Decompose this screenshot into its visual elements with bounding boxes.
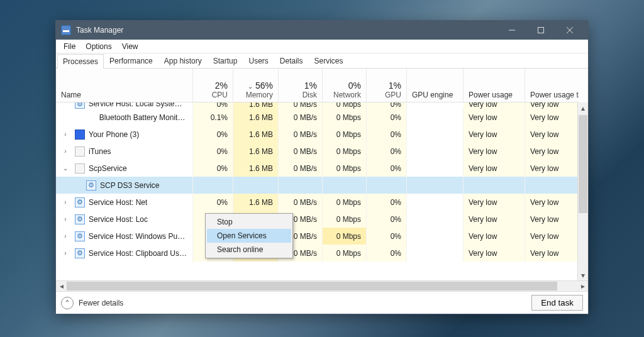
col-cpu[interactable]: 2% CPU xyxy=(193,69,233,102)
fewer-details-toggle[interactable]: ⌃ Fewer details xyxy=(61,297,123,309)
tab-performance[interactable]: Performance xyxy=(104,53,158,68)
col-network[interactable]: 0% Network xyxy=(323,69,367,102)
table-row[interactable]: ›⚙Service Host: Clipboard Use...0%1.6 MB… xyxy=(56,245,588,262)
chevron-right-icon[interactable]: › xyxy=(61,216,70,223)
menu-options[interactable]: Options xyxy=(80,41,116,52)
table-row[interactable]: ›⚙Service Host: Net0%1.6 MB0 MB/s0 Mbps0… xyxy=(56,194,588,211)
scrollbar-thumb[interactable] xyxy=(579,115,587,213)
scrollbar-track[interactable] xyxy=(67,281,577,291)
cell-gpu-engine xyxy=(407,245,464,262)
chevron-down-icon: ⌄ xyxy=(248,83,253,90)
process-name: Service Host: Local System (… xyxy=(89,102,187,108)
context-menu: Stop Open Services Search online xyxy=(205,213,293,258)
tab-users[interactable]: Users xyxy=(243,53,274,68)
cell-power-usage: Very low xyxy=(464,143,525,160)
generic-icon xyxy=(75,146,85,157)
table-row[interactable]: ⌄ScpService0%1.6 MB0 MB/s0 Mbps0%Very lo… xyxy=(56,160,588,177)
scroll-down-icon[interactable]: ▾ xyxy=(578,270,588,280)
cell-power-usage xyxy=(464,177,525,194)
table-row[interactable]: ⚙Service Host: Local System (…0%1.6 MB0 … xyxy=(56,102,588,109)
process-name: Service Host: Net xyxy=(89,198,147,207)
cell-disk: 0 MB/s xyxy=(279,102,323,109)
window-title: Task Manager xyxy=(76,26,497,35)
menu-file[interactable]: File xyxy=(58,41,80,52)
chevron-right-icon[interactable]: › xyxy=(61,148,70,155)
cell-power-usage-trend: Very low xyxy=(525,245,579,262)
cell-name: ›⚙Service Host: Net xyxy=(56,194,193,211)
horizontal-scrollbar[interactable]: ◂ ▸ xyxy=(56,280,588,291)
cell-network: 0 Mbps xyxy=(323,102,367,109)
chevron-right-icon[interactable]: › xyxy=(61,131,70,138)
chevron-right-icon[interactable]: › xyxy=(61,250,70,257)
task-manager-window: Task Manager File Options View Processes… xyxy=(55,20,589,314)
cell-gpu: 0% xyxy=(367,245,407,262)
process-name: ScpService xyxy=(89,164,127,173)
cell-disk xyxy=(279,177,323,194)
cell-gpu-engine xyxy=(407,211,464,228)
chevron-right-icon[interactable]: › xyxy=(61,199,70,206)
table-row[interactable]: ›Your Phone (3)0%1.6 MB0 MB/s0 Mbps0%Ver… xyxy=(56,126,588,143)
cell-name: ›iTunes xyxy=(56,143,193,160)
cell-gpu-engine xyxy=(407,177,464,194)
tab-startup[interactable]: Startup xyxy=(208,53,243,68)
menu-view[interactable]: View xyxy=(117,41,143,52)
col-gpu[interactable]: 1% GPU xyxy=(367,69,407,102)
cell-name: ⌄ScpService xyxy=(56,160,193,177)
cell-gpu-engine xyxy=(407,109,464,126)
tab-services[interactable]: Services xyxy=(309,53,349,68)
process-name: Service Host: Windows Push... xyxy=(89,232,187,241)
col-memory[interactable]: ⌄56% Memory xyxy=(233,69,279,102)
close-button[interactable] xyxy=(555,21,584,40)
cell-disk: 0 MB/s xyxy=(279,109,323,126)
col-gpu-engine[interactable]: GPU engine xyxy=(407,69,464,102)
chevron-down-icon[interactable]: ⌄ xyxy=(61,165,70,172)
table-row[interactable]: ›⚙Service Host: Loc0%1.6 MB0 MB/s0 Mbps0… xyxy=(56,211,588,228)
tab-processes[interactable]: Processes xyxy=(57,54,104,69)
process-name: Service Host: Loc xyxy=(89,215,148,224)
cell-power-usage-trend: Very low xyxy=(525,194,579,211)
minimize-button[interactable] xyxy=(497,21,526,40)
cell-power-usage: Very low xyxy=(464,109,525,126)
cell-name: Bluetooth Battery Monitor ... xyxy=(56,109,193,126)
vertical-scrollbar[interactable]: ▴ ▾ xyxy=(577,102,588,280)
menu-bar: File Options View xyxy=(56,40,588,53)
tab-app-history[interactable]: App history xyxy=(158,53,208,68)
scroll-right-icon[interactable]: ▸ xyxy=(577,281,588,291)
table-row[interactable]: ⚙SCP DS3 Service xyxy=(56,177,588,194)
cell-disk: 0 MB/s xyxy=(279,143,323,160)
tab-details[interactable]: Details xyxy=(274,53,309,68)
col-power-usage-trend[interactable]: Power usage trend xyxy=(525,69,579,102)
table-row[interactable]: ›⚙Service Host: Windows Push...0%1.6 MB0… xyxy=(56,228,588,245)
cell-name: ⚙SCP DS3 Service xyxy=(56,177,193,194)
end-task-button[interactable]: End task xyxy=(531,295,583,311)
table-row[interactable]: ›iTunes0%1.6 MB0 MB/s0 Mbps0%Very lowVer… xyxy=(56,143,588,160)
chevron-right-icon[interactable]: › xyxy=(61,233,70,240)
app-icon xyxy=(61,25,71,35)
table-row[interactable]: Bluetooth Battery Monitor ...0.1%1.6 MB0… xyxy=(56,109,588,126)
cell-power-usage-trend: Very low xyxy=(525,228,579,245)
cell-gpu xyxy=(367,177,407,194)
scroll-left-icon[interactable]: ◂ xyxy=(56,281,67,291)
col-power-usage[interactable]: Power usage xyxy=(464,69,525,102)
gear-icon: ⚙ xyxy=(75,102,85,109)
app-icon xyxy=(75,130,85,140)
maximize-button[interactable] xyxy=(526,21,555,40)
ctx-stop[interactable]: Stop xyxy=(207,215,291,229)
cell-name: ›⚙Service Host: Clipboard Use... xyxy=(56,245,193,262)
cell-gpu: 0% xyxy=(367,160,407,177)
col-name[interactable]: Name xyxy=(56,69,193,102)
cell-power-usage: Very low xyxy=(464,245,525,262)
cell-gpu: 0% xyxy=(367,102,407,109)
scrollbar-thumb-h[interactable] xyxy=(67,282,557,290)
cell-network: 0 Mbps xyxy=(323,109,367,126)
title-bar: Task Manager xyxy=(56,21,588,40)
cell-power-usage-trend: Very low xyxy=(525,109,579,126)
process-name: iTunes xyxy=(89,147,111,156)
cell-gpu-engine xyxy=(407,143,464,160)
ctx-open-services[interactable]: Open Services xyxy=(207,229,291,243)
col-disk[interactable]: 1% Disk xyxy=(279,69,323,102)
scroll-up-icon[interactable]: ▴ xyxy=(578,102,588,113)
generic-icon xyxy=(75,163,85,174)
cell-network: 0 Mbps xyxy=(323,194,367,211)
ctx-search-online[interactable]: Search online xyxy=(207,243,291,257)
